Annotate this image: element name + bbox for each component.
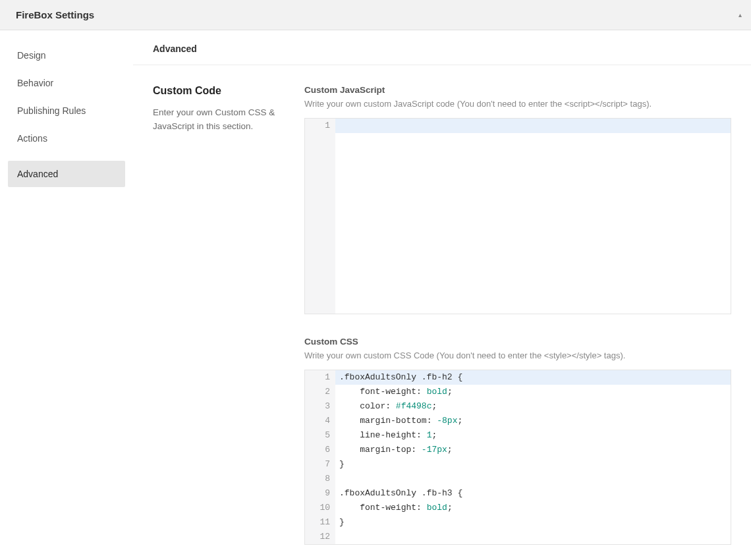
sidebar-item-label: Publishing Rules — [17, 105, 86, 116]
line-content[interactable]: } — [335, 515, 731, 530]
line-content[interactable]: .fboxAdultsOnly .fb-h3 { — [335, 486, 731, 501]
sidebar-item-label: Advanced — [17, 169, 58, 179]
line-number: 11 — [305, 515, 335, 530]
settings-sidebar: Design Behavior Publishing Rules Actions… — [0, 30, 133, 560]
custom-css-label: Custom CSS — [304, 337, 731, 347]
editor-line: 1 — [305, 119, 731, 133]
sidebar-item-label: Design — [17, 50, 46, 61]
line-number: 2 — [305, 385, 335, 399]
editor-line: 5 line-height: 1; — [305, 428, 731, 443]
collapse-toggle-icon[interactable]: ▴ — [738, 11, 742, 18]
section-intro: Custom Code Enter your own Custom CSS & … — [153, 85, 278, 560]
sidebar-item-label: Actions — [17, 133, 47, 144]
editor-line: 8 — [305, 472, 731, 486]
panel-header: FireBox Settings ▴ — [0, 0, 751, 30]
line-number: 4 — [305, 414, 335, 428]
line-content[interactable]: color: #f4498c; — [335, 399, 731, 414]
line-content[interactable]: font-weight: bold; — [335, 501, 731, 515]
line-number: 3 — [305, 399, 335, 414]
custom-css-editor[interactable]: 1.fboxAdultsOnly .fb-h2 {2 font-weight: … — [304, 370, 731, 545]
editor-line: 1.fboxAdultsOnly .fb-h2 { — [305, 370, 731, 385]
sidebar-item-behavior[interactable]: Behavior — [8, 70, 125, 96]
line-number: 10 — [305, 501, 335, 515]
editor-line: 3 color: #f4498c; — [305, 399, 731, 414]
editor-line: 7} — [305, 457, 731, 472]
line-number: 1 — [305, 119, 335, 133]
line-content[interactable]: line-height: 1; — [335, 428, 731, 443]
custom-js-help: Write your own custom JavaScript code (Y… — [304, 99, 731, 109]
line-number: 8 — [305, 472, 335, 486]
line-content[interactable]: } — [335, 457, 731, 472]
line-number: 5 — [305, 428, 335, 443]
custom-js-editor[interactable]: 1 — [304, 118, 731, 314]
line-content[interactable] — [335, 530, 731, 544]
sidebar-item-publishing-rules[interactable]: Publishing Rules — [8, 98, 125, 124]
line-number: 6 — [305, 443, 335, 457]
line-content[interactable] — [335, 472, 731, 486]
sidebar-item-label: Behavior — [17, 78, 53, 88]
line-number: 7 — [305, 457, 335, 472]
section-intro-description: Enter your own Custom CSS & JavaScript i… — [153, 106, 278, 134]
line-content[interactable]: margin-bottom: -8px; — [335, 414, 731, 428]
line-content[interactable]: margin-top: -17px; — [335, 443, 731, 457]
editor-line: 9.fboxAdultsOnly .fb-h3 { — [305, 486, 731, 501]
sidebar-item-advanced[interactable]: Advanced — [8, 161, 125, 187]
editor-line: 4 margin-bottom: -8px; — [305, 414, 731, 428]
line-number: 1 — [305, 370, 335, 385]
sidebar-item-design[interactable]: Design — [8, 42, 125, 69]
page-title: Advanced — [153, 43, 731, 54]
content-header: Advanced — [133, 30, 751, 65]
editor-line: 10 font-weight: bold; — [305, 501, 731, 515]
custom-js-field: Custom JavaScript Write your own custom … — [304, 85, 731, 314]
line-content[interactable] — [335, 119, 731, 133]
editor-line: 11} — [305, 515, 731, 530]
line-number: 9 — [305, 486, 335, 501]
panel-title: FireBox Settings — [16, 9, 94, 20]
custom-css-help: Write your own custom CSS Code (You don'… — [304, 350, 731, 360]
line-content[interactable]: font-weight: bold; — [335, 385, 731, 399]
line-content[interactable]: .fboxAdultsOnly .fb-h2 { — [335, 370, 731, 385]
sidebar-item-actions[interactable]: Actions — [8, 125, 125, 152]
editor-line: 6 margin-top: -17px; — [305, 443, 731, 457]
editor-line: 12 — [305, 530, 731, 544]
section-intro-title: Custom Code — [153, 85, 278, 97]
line-number: 12 — [305, 530, 335, 544]
editor-line: 2 font-weight: bold; — [305, 385, 731, 399]
custom-css-field: Custom CSS Write your own custom CSS Cod… — [304, 337, 731, 545]
custom-js-label: Custom JavaScript — [304, 85, 731, 95]
